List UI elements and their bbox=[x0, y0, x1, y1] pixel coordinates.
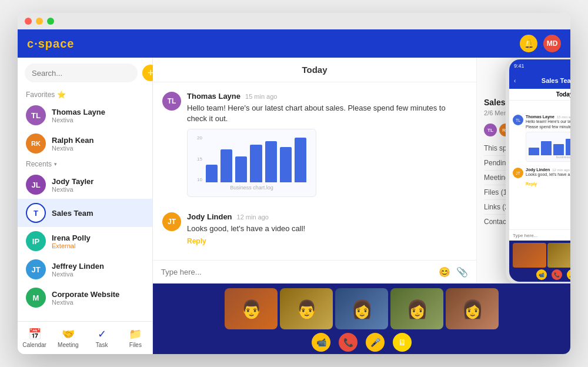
chat-header: Today bbox=[153, 58, 476, 82]
message-avatar: JT bbox=[162, 212, 181, 231]
main-layout: + Favorites ⭐ TL Thomas Layne Nextiva R bbox=[18, 58, 570, 354]
contact-ralph-kean[interactable]: RK Ralph Kean Nextiva bbox=[18, 129, 152, 158]
header-icons: 🔔 MD bbox=[520, 35, 561, 52]
video-face-5: 👩 bbox=[446, 288, 499, 329]
bar-6 bbox=[280, 147, 292, 182]
avatar: JT bbox=[26, 259, 46, 279]
reply-link[interactable]: Reply bbox=[187, 237, 467, 245]
phone-message-2: JT Jody Linden 12 min ago Looks good, le… bbox=[513, 168, 570, 188]
phone-status-bar: 9:41 📶 🔋 bbox=[509, 59, 570, 72]
contact-sales-team[interactable]: T Sales Team bbox=[18, 199, 152, 227]
chat-messages: TL Thomas Layne 15 min ago Hello team! H… bbox=[153, 82, 476, 260]
phone-chat-input[interactable] bbox=[513, 233, 570, 238]
attach-icon[interactable]: 📎 bbox=[456, 266, 468, 278]
phone-reply[interactable]: Reply bbox=[526, 182, 537, 186]
minimize-button[interactable] bbox=[36, 18, 43, 25]
title-bar bbox=[18, 13, 570, 29]
sales-chart: 20 15 10 bbox=[187, 129, 316, 197]
chart-label: Business chart.log bbox=[193, 185, 310, 191]
contact-jody-tayler[interactable]: JL Jody Tayler Nextiva bbox=[18, 171, 152, 199]
avatar: IP bbox=[26, 231, 46, 251]
avatar: M bbox=[26, 288, 46, 308]
screen-btn[interactable]: 🖥 bbox=[393, 333, 412, 352]
app-header: c·space 🔔 MD bbox=[18, 29, 570, 58]
emoji-icon[interactable]: 😊 bbox=[439, 266, 450, 278]
avatar: TL bbox=[26, 105, 46, 125]
phone-face-2 bbox=[547, 243, 570, 268]
contact-thomas-layne[interactable]: TL Thomas Layne Nextiva bbox=[18, 101, 152, 129]
bar-3 bbox=[235, 156, 247, 182]
phone-video-controls: 📹 📞 🎤 🖥 bbox=[509, 268, 570, 282]
close-button[interactable] bbox=[25, 18, 32, 25]
task-icon: ✓ bbox=[98, 328, 106, 341]
bar-7 bbox=[295, 138, 306, 182]
video-face-2: 👨 bbox=[280, 288, 333, 329]
chat-area: Today TL Thomas Layne 15 min ago bbox=[153, 58, 476, 283]
mac-window: c·space 🔔 MD + Favorites ⭐ bbox=[18, 13, 570, 354]
user-avatar[interactable]: MD bbox=[543, 35, 561, 52]
files-icon: 📁 bbox=[129, 328, 142, 341]
chat-input-area: 😊 📎 bbox=[153, 260, 476, 283]
sidebar: + Favorites ⭐ TL Thomas Layne Nextiva R bbox=[18, 58, 153, 354]
contact-corporate-website[interactable]: M Corporate Website Nextiva bbox=[18, 283, 152, 312]
avatar: T bbox=[26, 203, 46, 223]
bar-2 bbox=[220, 149, 232, 182]
nav-files[interactable]: 📁 Files bbox=[119, 325, 152, 351]
message-2: JT Jody Linden 12 min ago Looks good, le… bbox=[162, 212, 467, 245]
mobile-phone: 9:41 📶 🔋 ‹ Sales Team 🔔 ℹ Today bbox=[506, 58, 570, 283]
mic-btn[interactable]: 🎤 bbox=[366, 333, 385, 352]
app-container: c·space 🔔 MD + Favorites ⭐ bbox=[18, 29, 570, 354]
bar-4 bbox=[250, 145, 262, 182]
recents-label: Recents ▾ bbox=[18, 158, 152, 171]
phone-face-1 bbox=[513, 243, 546, 268]
phone-nav: ‹ Sales Team 🔔 ℹ bbox=[509, 72, 570, 89]
avatar: RK bbox=[26, 134, 46, 154]
meeting-icon: 🤝 bbox=[62, 328, 75, 341]
hangup-btn[interactable]: 📞 bbox=[339, 333, 358, 352]
calendar-icon: 📅 bbox=[28, 328, 41, 341]
bar-1 bbox=[206, 165, 218, 182]
sidebar-search: + bbox=[18, 58, 152, 88]
phone-hangup-btn[interactable]: 📞 bbox=[552, 269, 562, 280]
bar-5 bbox=[265, 141, 277, 182]
message-avatar: TL bbox=[162, 92, 181, 111]
sidebar-nav: 📅 Calendar 🤝 Meeting ✓ Task 📁 Files bbox=[18, 321, 152, 354]
avatar: JL bbox=[26, 175, 46, 195]
chat-section: Today TL Thomas Layne 15 min ago bbox=[153, 58, 570, 354]
nav-calendar[interactable]: 📅 Calendar bbox=[18, 325, 51, 351]
maximize-button[interactable] bbox=[47, 18, 54, 25]
phone-input-area: 📎 bbox=[509, 229, 570, 241]
contact-irena-polly[interactable]: IP Irena Polly External bbox=[18, 227, 152, 255]
video-face-1: 👨 bbox=[225, 288, 278, 329]
phone-video-faces bbox=[509, 241, 570, 268]
phone-mic-btn[interactable]: 🎤 bbox=[567, 269, 570, 280]
logo: c·space bbox=[27, 37, 520, 51]
nav-task[interactable]: ✓ Task bbox=[85, 325, 119, 351]
chat-right-row: Today TL Thomas Layne 15 min ago bbox=[153, 58, 570, 283]
video-faces: 👨 👨 👩 👩 👩 bbox=[153, 283, 570, 329]
phone-message-1: TL Thomas Layne 15 min ago Hello team! H… bbox=[513, 115, 570, 164]
video-section: 👨 👨 👩 👩 👩 bbox=[153, 283, 570, 354]
video-face-3: 👩 bbox=[335, 288, 388, 329]
right-section: 📞 S Sales T... 2/6 Members TL RK This sp… bbox=[476, 58, 570, 283]
message-1: TL Thomas Layne 15 min ago Hello team! H… bbox=[162, 92, 467, 202]
phone-messages: TL Thomas Layne 15 min ago Hello team! H… bbox=[509, 111, 570, 229]
chat-input[interactable] bbox=[161, 268, 433, 276]
phone-video-btn[interactable]: 📹 bbox=[536, 269, 547, 280]
contact-jeffrey-linden[interactable]: JT Jeffrey Linden Nextiva bbox=[18, 255, 152, 283]
nav-meeting[interactable]: 🤝 Meeting bbox=[51, 325, 85, 351]
notification-icon[interactable]: 🔔 bbox=[520, 35, 537, 52]
favorites-label: Favorites ⭐ bbox=[18, 88, 152, 101]
corporate-name: Corporate Website bbox=[52, 290, 144, 299]
search-input[interactable] bbox=[25, 64, 138, 82]
phone-chat-header: Today bbox=[509, 89, 570, 101]
phone-nav-title: Sales Team bbox=[519, 77, 570, 84]
video-btn[interactable]: 📹 bbox=[312, 333, 330, 352]
phone-back-icon[interactable]: ‹ bbox=[514, 78, 516, 84]
phone-chart: business_chart.jpg bbox=[526, 132, 570, 162]
video-face-4: 👩 bbox=[390, 288, 443, 329]
video-controls: 📹 📞 🎤 🖥 bbox=[153, 329, 570, 354]
phone-video-section: 📹 📞 🎤 🖥 bbox=[509, 241, 570, 282]
